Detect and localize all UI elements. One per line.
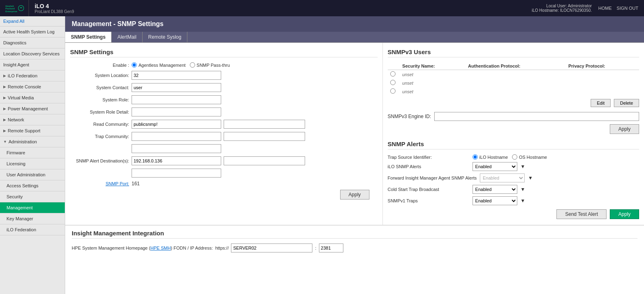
chevron-right-icon-net: ▶ — [3, 118, 6, 122]
cold-start-select[interactable]: Enabled Disabled — [473, 185, 517, 194]
sidebar-item-access-settings[interactable]: Access Settings — [0, 180, 65, 191]
engine-id-label: SNMPv3 Engine ID: — [388, 114, 431, 119]
sidebar-label-licensing: Licensing — [7, 161, 25, 166]
snmp-port-label[interactable]: SNMP Port: — [70, 181, 129, 186]
snmpv1-traps-row: SNMPv1 Traps Enabled Disabled ▼ — [388, 196, 639, 205]
system-contact-label: System Contact: — [70, 85, 129, 90]
snmpv3-apply-button[interactable]: Apply — [610, 124, 639, 134]
sidebar-label-key-manager: Key Manager — [7, 216, 33, 221]
trap-community-input2[interactable] — [224, 132, 305, 141]
snmpv3-delete-button[interactable]: Delete — [614, 99, 639, 107]
system-role-input[interactable] — [132, 95, 221, 104]
snmpv3-user-radio-1[interactable] — [390, 71, 396, 77]
home-link[interactable]: HOME — [598, 6, 612, 11]
dropdown-arrow-cold: ▼ — [521, 186, 525, 192]
sidebar-item-network[interactable]: ▶ Network — [0, 114, 65, 125]
snmpv3-user-radio-3[interactable] — [390, 88, 396, 94]
two-column-layout: SNMP Settings Enable : Agentless Managem… — [65, 43, 644, 225]
snmp-port-value: 161 — [132, 181, 140, 186]
read-community-input2[interactable] — [224, 120, 305, 129]
sidebar-item-insight-agent[interactable]: Insight Agent — [0, 59, 65, 70]
snmp-alert-dest-input1[interactable] — [132, 156, 221, 165]
ilo-title: iLO 4 — [35, 3, 521, 9]
radio-agentless[interactable] — [132, 62, 137, 68]
sidebar-label-administration: Administration — [9, 139, 37, 144]
sidebar-item-key-manager[interactable]: Key Manager — [0, 213, 65, 224]
dropdown-arrow-forward: ▼ — [528, 175, 533, 181]
user-line1: Local User: Administrator — [532, 4, 592, 8]
radio-os-hostname[interactable] — [512, 154, 517, 160]
nav-links: HOME SIGN OUT — [598, 6, 638, 11]
sidebar-item-diagnostics[interactable]: Diagnostics — [0, 37, 65, 48]
sidebar-item-administration[interactable]: ▼ Administration — [0, 136, 65, 147]
svg-text:Packard: Packard — [5, 7, 15, 10]
snmp-settings-panel: SNMP Settings Enable : Agentless Managem… — [65, 43, 382, 225]
sidebar-item-remote-support[interactable]: ▶ Remote Support — [0, 125, 65, 136]
sidebar-item-licensing[interactable]: Licensing — [0, 158, 65, 169]
sidebar-item-location-discovery[interactable]: Location Discovery Services — [0, 48, 65, 59]
https-prefix: https:// — [215, 246, 229, 250]
expand-all-button[interactable]: Expand All — [0, 16, 65, 26]
page-title: Management - SNMP Settings — [65, 16, 644, 32]
insight-management-title: Insight Management Integration — [72, 230, 637, 239]
radio-agentless-label[interactable]: Agentless Management — [132, 62, 186, 68]
sidebar-label-diagnostics: Diagnostics — [3, 40, 26, 45]
system-location-input[interactable] — [132, 71, 221, 80]
radio-passthru-label[interactable]: SNMP Pass-thru — [190, 62, 230, 68]
sidebar-item-power-management[interactable]: ▶ Power Management — [0, 103, 65, 114]
radio-os-hostname-label[interactable]: OS Hostname — [512, 154, 547, 160]
snmpv1-traps-select[interactable]: Enabled Disabled — [473, 196, 517, 205]
system-role-row: System Role: — [70, 95, 378, 104]
send-test-alert-button[interactable]: Send Test Alert — [556, 209, 607, 219]
snmp-settings-apply-button[interactable]: Apply — [340, 190, 369, 200]
radio-ilo-hostname[interactable] — [473, 154, 478, 160]
sidebar-item-remote-console[interactable]: ▶ Remote Console — [0, 81, 65, 92]
main-content: Management - SNMP Settings SNMP Settings… — [65, 16, 644, 294]
radio-passthru[interactable] — [190, 62, 195, 68]
snmp-alerts-section: SNMP Alerts Trap Source Identifier: iLO … — [388, 140, 639, 219]
system-role-detail-input[interactable] — [132, 108, 221, 116]
svg-text:Hewlett: Hewlett — [5, 5, 14, 7]
sidebar-label-remote-support: Remote Support — [8, 128, 40, 133]
ilo-subtitle: ProLiant DL388 Gen9 — [35, 9, 521, 14]
system-contact-input[interactable] — [132, 83, 221, 92]
trap-community-input3[interactable] — [132, 144, 221, 153]
snmp-alert-dest-label: SNMP Alert Destination(s): — [70, 158, 129, 163]
snmpv3-security-2: unset — [400, 79, 466, 87]
engine-id-input[interactable] — [434, 112, 639, 121]
snmp-alert-dest-input3[interactable] — [132, 169, 221, 178]
forward-insight-select[interactable]: Enabled Disabled — [480, 173, 525, 182]
tab-snmp-settings[interactable]: SNMP Settings — [65, 32, 112, 42]
read-community-row: Read Community: — [70, 120, 378, 129]
hpe-smh-link[interactable]: HPE SMH — [150, 246, 171, 250]
snmp-alerts-apply-button[interactable]: Apply — [610, 209, 639, 219]
sidebar-item-active-health[interactable]: Active Health System Log — [0, 26, 65, 37]
snmp-alert-dest-input2[interactable] — [224, 156, 305, 165]
sidebar-item-management[interactable]: Management — [0, 202, 65, 213]
radio-ilo-hostname-label[interactable]: iLO Hostname — [473, 154, 508, 160]
tab-remote-syslog[interactable]: Remote Syslog — [143, 32, 187, 42]
sidebar-item-virtual-media[interactable]: ▶ Virtual Media — [0, 92, 65, 103]
sidebar-item-ilo-federation[interactable]: ▶ iLO Federation — [0, 70, 65, 81]
snmpv3-auth-1 — [466, 70, 566, 79]
snmpv3-edit-button[interactable]: Edit — [591, 99, 611, 107]
tab-alertmail[interactable]: AlertMail — [112, 32, 143, 42]
radio-passthru-text: SNMP Pass-thru — [197, 63, 230, 68]
svg-text:Enterprise: Enterprise — [5, 10, 18, 13]
sidebar-label-user-admin: User Administration — [7, 172, 45, 177]
smh-server-input[interactable] — [231, 244, 312, 252]
smh-port-input[interactable] — [319, 244, 343, 252]
trap-community-input1[interactable] — [132, 132, 221, 141]
read-community-input1[interactable] — [132, 120, 221, 129]
ilo-snmp-alerts-select[interactable]: Enabled Disabled — [473, 162, 517, 171]
signout-link[interactable]: SIGN OUT — [617, 6, 638, 11]
sidebar-label-active-health: Active Health System Log — [3, 29, 55, 34]
sidebar-item-ilo-federation2[interactable]: iLO Federation — [0, 224, 65, 235]
sidebar-item-security[interactable]: Security — [0, 191, 65, 202]
snmpv3-user-radio-2[interactable] — [390, 80, 396, 85]
snmpv3-users-table: Security Name: Authentication Protocol: … — [388, 62, 639, 96]
snmp-alert-dest-row2 — [70, 169, 378, 178]
sidebar-label-firmware: Firmware — [7, 150, 25, 155]
sidebar-item-user-admin[interactable]: User Administration — [0, 169, 65, 180]
sidebar-item-firmware[interactable]: Firmware — [0, 147, 65, 158]
